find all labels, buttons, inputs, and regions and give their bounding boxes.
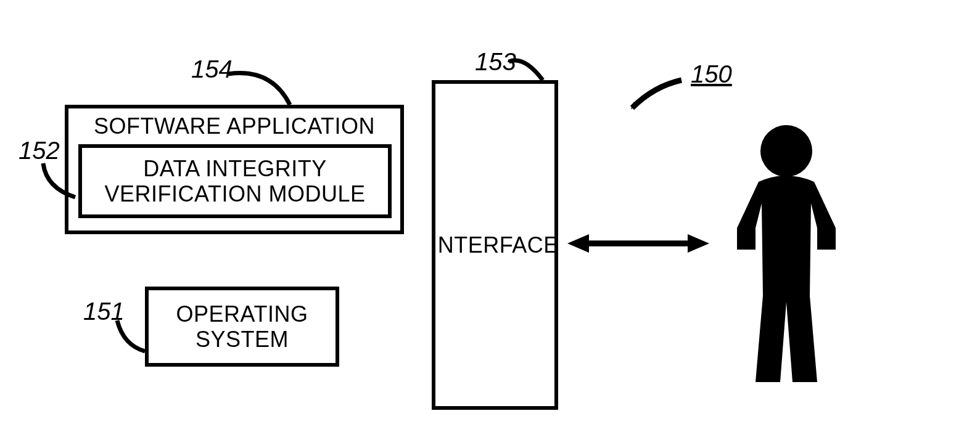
label-150: 150: [691, 60, 732, 88]
data-integrity-box: DATA INTEGRITY VERIFICATION MODULE: [78, 144, 392, 218]
arrow-left-head: [567, 234, 589, 253]
label-153: 153: [475, 48, 516, 76]
person-icon: [737, 125, 836, 382]
svg-point-0: [760, 125, 812, 177]
arrow-right-head: [688, 234, 709, 253]
diagram-stage: 154 152 151 153 150 SOFTWARE APPLICATION…: [0, 0, 980, 432]
leader-150-arrow: [632, 80, 681, 108]
operating-line2: SYSTEM: [196, 327, 289, 352]
data-integrity-text: DATA INTEGRITY VERIFICATION MODULE: [82, 148, 388, 214]
interface-text: INTERFACE: [435, 84, 554, 406]
label-152: 152: [19, 137, 60, 165]
operating-system-text: OPERATING SYSTEM: [149, 290, 336, 363]
data-integrity-line2: VERIFICATION MODULE: [105, 181, 366, 206]
software-application-title: SOFTWARE APPLICATION: [68, 113, 400, 139]
label-154: 154: [191, 55, 233, 83]
data-integrity-line1: DATA INTEGRITY: [143, 156, 327, 181]
label-151: 151: [83, 298, 125, 325]
interface-box: INTERFACE: [432, 80, 558, 410]
software-application-box: SOFTWARE APPLICATION DATA INTEGRITY VERI…: [65, 105, 404, 234]
operating-line1: OPERATING: [176, 301, 308, 327]
leader-154: [228, 73, 290, 105]
operating-system-box: OPERATING SYSTEM: [145, 287, 339, 367]
